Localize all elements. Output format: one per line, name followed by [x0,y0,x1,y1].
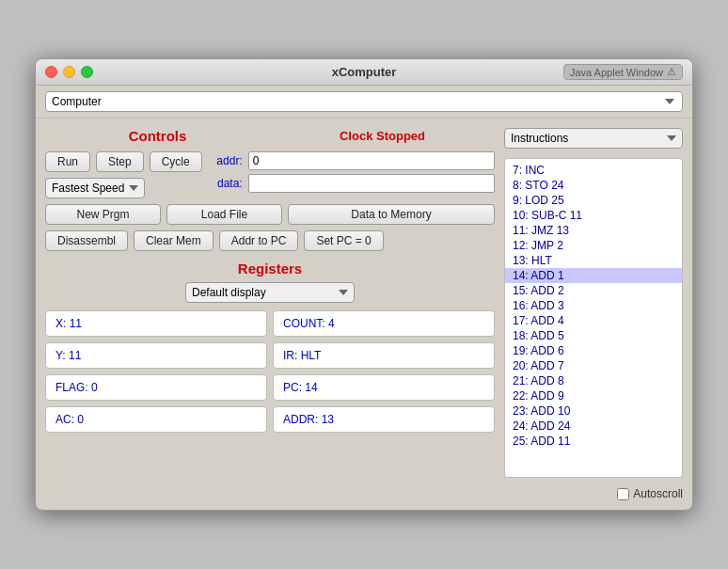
data-input[interactable] [248,174,495,193]
computer-select-bar: Computer [36,86,692,119]
register-y-value: Y: 11 [55,349,81,362]
autoscroll-label: Autoscroll [633,487,683,500]
step-button[interactable]: Step [96,151,144,172]
java-badge-text: Java Applet Window [570,67,663,78]
maximize-button[interactable] [81,66,93,78]
register-ac-value: AC: 0 [55,413,84,426]
register-flag: FLAG: 0 [45,374,267,401]
display-select[interactable]: Default display Hex display Binary displ… [185,282,355,303]
instructions-list[interactable]: 7: INC8: STO 249: LOD 2510: SUB-C 1111: … [504,158,683,478]
instruction-item[interactable]: 21: ADD 8 [505,373,682,388]
instruction-item[interactable]: 8: STO 24 [505,178,682,193]
data-to-memory-button[interactable]: Data to Memory [288,204,495,225]
instruction-item[interactable]: 14: ADD 1 [505,268,682,283]
run-button[interactable]: Run [45,151,90,172]
instructions-select-row: Instructions Memory [504,128,683,149]
clock-status: Clock Stopped [340,129,425,143]
java-badge: Java Applet Window ⚠ [563,64,683,80]
data-label: data: [210,177,243,190]
disassemble-button[interactable]: Disassembl [45,230,128,251]
minimize-button[interactable] [63,66,75,78]
warning-icon: ⚠ [667,66,676,78]
controls-header: Controls [129,128,187,144]
row1: Run Step Cycle Fastest Speed Fast Speed … [45,151,495,198]
clear-mem-button[interactable]: Clear Mem [134,230,214,251]
registers-grid: X: 11 COUNT: 4 Y: 11 IR: HLT FLAG: 0 [45,310,495,433]
register-count-value: COUNT: 4 [283,317,335,330]
instruction-item[interactable]: 19: ADD 6 [505,343,682,358]
register-pc: PC: 14 [273,374,495,401]
register-count: COUNT: 4 [273,310,495,337]
instruction-item[interactable]: 11: JMZ 13 [505,223,682,238]
addr-to-pc-button[interactable]: Addr to PC [219,230,299,251]
run-step-cycle-row: Run Step Cycle [45,151,202,172]
addr-input[interactable] [248,151,495,170]
data-row: data: [210,174,495,193]
computer-select[interactable]: Computer [45,91,683,112]
register-x-value: X: 11 [55,317,82,330]
instruction-item[interactable]: 13: HLT [505,253,682,268]
close-button[interactable] [45,66,57,78]
instruction-item[interactable]: 9: LOD 25 [505,193,682,208]
instructions-select[interactable]: Instructions Memory [504,128,683,149]
instruction-item[interactable]: 23: ADD 10 [505,403,682,419]
speed-select[interactable]: Fastest Speed Fast Speed Normal Speed Sl… [45,178,145,198]
register-ir: IR: HLT [273,342,495,369]
instruction-item[interactable]: 20: ADD 7 [505,358,682,373]
register-y: Y: 11 [45,342,267,369]
load-file-button[interactable]: Load File [166,204,282,225]
traffic-lights [45,66,93,78]
registers-section: Registers Default display Hex display Bi… [45,261,495,433]
row2: New Prgm Load File Data to Memory [45,204,495,225]
right-panel: Instructions Memory 7: INC8: STO 249: LO… [504,128,683,500]
instruction-item[interactable]: 15: ADD 2 [505,283,682,298]
instruction-item[interactable]: 16: ADD 3 [505,298,682,313]
left-buttons: Run Step Cycle Fastest Speed Fast Speed … [45,151,202,198]
register-flag-value: FLAG: 0 [55,381,98,394]
instruction-item[interactable]: 12: JMP 2 [505,238,682,253]
titlebar: xComputer Java Applet Window ⚠ [36,59,692,86]
main-content: Controls Clock Stopped Run Step Cycle [36,119,692,510]
addr-label: addr: [210,154,243,167]
register-pc-value: PC: 14 [283,381,318,394]
instruction-item[interactable]: 25: ADD 11 [505,434,682,449]
register-ac: AC: 0 [45,406,267,433]
instruction-item[interactable]: 22: ADD 9 [505,388,682,403]
addr-row: addr: [210,151,495,170]
registers-header: Registers [45,261,495,277]
cycle-button[interactable]: Cycle [150,151,202,172]
window-title: xComputer [332,65,397,79]
controls-header-row: Controls Clock Stopped [45,128,495,144]
autoscroll-row: Autoscroll [504,487,683,500]
addr-data-fields: addr: data: [210,151,495,193]
instruction-item[interactable]: 7: INC [505,163,682,178]
instruction-item[interactable]: 24: ADD 24 [505,419,682,434]
register-addr-value: ADDR: 13 [283,413,334,426]
autoscroll-checkbox[interactable] [617,488,629,500]
speed-select-row: Fastest Speed Fast Speed Normal Speed Sl… [45,178,202,198]
instruction-item[interactable]: 10: SUB-C 11 [505,208,682,223]
instruction-item[interactable]: 17: ADD 4 [505,313,682,328]
left-panel: Controls Clock Stopped Run Step Cycle [45,128,495,500]
new-prgm-button[interactable]: New Prgm [45,204,161,225]
main-window: xComputer Java Applet Window ⚠ Computer … [35,58,693,511]
instruction-item[interactable]: 18: ADD 5 [505,328,682,343]
register-x: X: 11 [45,310,267,337]
row3: Disassembl Clear Mem Addr to PC Set PC =… [45,230,495,251]
register-addr: ADDR: 13 [273,406,495,433]
display-select-row: Default display Hex display Binary displ… [45,282,495,303]
set-pc-button[interactable]: Set PC = 0 [304,230,383,251]
register-ir-value: IR: HLT [283,349,321,362]
